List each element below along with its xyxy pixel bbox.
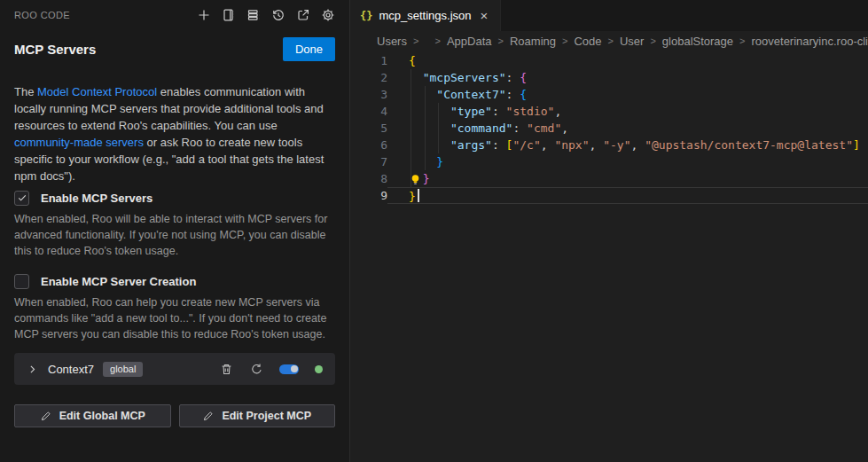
code-token: ] <box>853 138 860 152</box>
code-token: } <box>423 172 430 185</box>
code-token: "-y" <box>603 138 630 152</box>
line-number: 6 <box>350 137 387 153</box>
code-token: } <box>436 155 443 168</box>
json-file-icon: {} <box>360 10 372 22</box>
editor-pane: {} mcp_settings.json × Users>>AppData>Ro… <box>349 0 868 462</box>
view-header: MCP Servers Done <box>14 35 335 62</box>
breadcrumb-item[interactable]: User <box>620 35 644 48</box>
code-token <box>409 88 436 101</box>
code-line: 5 "command": "cmd", <box>350 120 868 137</box>
enable-mcp-servers-description: When enabled, Roo will be able to intera… <box>14 211 335 259</box>
mcp-server-row-context7: Context7 global <box>14 353 335 385</box>
code-line: 8 } <box>350 170 868 187</box>
roo-code-sidebar: ROO CODE <box>0 0 349 462</box>
code-line-content: } <box>387 153 868 170</box>
server-status-dot <box>315 365 323 373</box>
notebook-icon[interactable] <box>221 8 236 23</box>
enable-mcp-creation-row: Enable MCP Server Creation <box>14 273 335 289</box>
plus-icon[interactable] <box>196 8 211 23</box>
code-token: : <box>492 105 506 118</box>
code-token <box>409 138 450 152</box>
breadcrumb-item[interactable]: globalStorage <box>662 35 733 48</box>
code-token: "Context7" <box>436 88 505 101</box>
code-token: , <box>561 121 568 135</box>
code-token: : <box>512 121 527 135</box>
code-line-content: { <box>387 52 868 69</box>
page-title: MCP Servers <box>14 42 96 57</box>
code-line-content: } <box>387 187 868 204</box>
server-enabled-toggle[interactable] <box>279 364 299 374</box>
done-button[interactable]: Done <box>283 37 335 61</box>
sidebar-toolbar <box>196 8 335 23</box>
code-token <box>409 71 423 84</box>
breadcrumb-item[interactable]: rooveterinaryinc.roo-cli <box>752 35 868 48</box>
breadcrumb-separator: > <box>650 35 655 46</box>
breadcrumb-item[interactable]: AppData <box>447 35 492 48</box>
open-in-editor-icon[interactable] <box>295 8 310 23</box>
code-token: "stdio" <box>506 105 555 118</box>
code-token: "type" <box>450 105 492 118</box>
code-token: { <box>520 71 527 84</box>
line-number: 7 <box>350 153 387 170</box>
code-editor[interactable]: 1{2 "mcpServers": {3 "Context7": {4 "typ… <box>350 51 868 462</box>
toggle-knob <box>291 365 298 372</box>
code-token: , <box>590 138 604 152</box>
tab-label: mcp_settings.json <box>379 9 471 22</box>
breadcrumb-separator: > <box>562 35 567 46</box>
code-line-content: "type": "stdio", <box>387 103 868 120</box>
delete-server-icon[interactable] <box>219 362 233 376</box>
enable-mcp-servers-checkbox[interactable] <box>14 191 29 206</box>
intro-link[interactable]: community-made servers <box>14 136 144 149</box>
code-token <box>409 105 450 118</box>
tab-close-icon[interactable]: × <box>478 8 491 23</box>
breadcrumb-item[interactable]: Code <box>574 35 601 48</box>
breadcrumb: Users>>AppData>Roaming>Code>User>globalS… <box>350 31 868 51</box>
line-number: 8 <box>350 170 387 187</box>
code-token: { <box>520 88 527 101</box>
breadcrumb-separator: > <box>608 35 614 46</box>
code-token: : <box>506 88 520 101</box>
edit-global-mcp-label: Edit Global MCP <box>59 410 145 422</box>
history-icon[interactable] <box>270 8 285 23</box>
code-token: "@upstash/context7-mcp@latest" <box>645 138 853 152</box>
sidebar-header: ROO CODE <box>14 0 335 30</box>
server-name: Context7 <box>48 363 94 376</box>
code-token: : <box>506 71 520 84</box>
code-line-content: "Context7": { <box>387 86 868 103</box>
restart-server-icon[interactable] <box>249 362 263 376</box>
code-line: 7 } <box>350 153 868 170</box>
code-line: 6 "args": ["/c", "npx", "-y", "@upstash/… <box>350 137 868 153</box>
code-token: "cmd" <box>527 121 561 135</box>
line-number: 5 <box>350 120 387 137</box>
edit-global-mcp-button[interactable]: Edit Global MCP <box>14 404 171 427</box>
breadcrumb-separator: > <box>498 35 504 46</box>
code-line-content: } <box>387 170 868 187</box>
line-number: 9 <box>350 187 387 204</box>
server-controls <box>219 362 323 376</box>
breadcrumb-separator: > <box>739 35 745 46</box>
mcp-server-icon[interactable] <box>246 8 261 23</box>
enable-mcp-creation-checkbox[interactable] <box>14 274 29 289</box>
code-token <box>409 121 450 135</box>
intro-link[interactable]: Model Context Protocol <box>37 85 157 98</box>
enable-mcp-creation-label: Enable MCP Server Creation <box>41 275 196 288</box>
edit-project-mcp-button[interactable]: Edit Project MCP <box>179 404 336 427</box>
code-line: 2 "mcpServers": { <box>350 69 868 86</box>
code-token: "npx" <box>554 138 589 152</box>
expand-chevron-icon[interactable] <box>27 363 39 375</box>
code-token: , <box>631 138 645 152</box>
tab-mcp-settings-json[interactable]: {} mcp_settings.json × <box>350 0 501 31</box>
code-token <box>409 155 436 168</box>
mcp-intro-text: The Model Context Protocol enables commu… <box>14 83 335 184</box>
code-token: "mcpServers" <box>423 71 506 84</box>
code-token: , <box>554 105 561 118</box>
code-line: 3 "Context7": { <box>350 86 868 103</box>
line-number: 4 <box>350 103 387 120</box>
settings-gear-icon[interactable] <box>320 8 335 23</box>
edit-project-mcp-label: Edit Project MCP <box>222 410 311 422</box>
breadcrumb-item[interactable]: Users <box>377 35 407 48</box>
editor-tab-bar: {} mcp_settings.json × <box>350 0 868 31</box>
breadcrumb-item[interactable]: Roaming <box>510 35 556 48</box>
text-cursor <box>418 189 419 202</box>
extension-title: ROO CODE <box>14 10 70 20</box>
